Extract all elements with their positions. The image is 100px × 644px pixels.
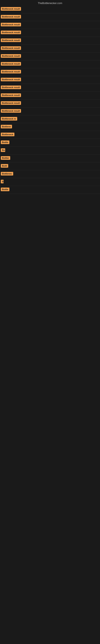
result-row: Bottl xyxy=(0,162,100,170)
result-row: Bottleneck result xyxy=(0,6,100,13)
bottleneck-badge[interactable]: Bottleneck result xyxy=(1,23,21,26)
bottleneck-badge[interactable]: Bottler xyxy=(1,156,10,160)
result-row: Bottleneck result xyxy=(0,108,100,115)
result-row: Bottleneck result xyxy=(0,100,100,108)
result-row: Bottleneck result xyxy=(0,37,100,45)
bottleneck-badge[interactable]: Bottleneck result xyxy=(1,109,21,113)
bottleneck-badge[interactable]: Bottleneck result xyxy=(1,46,21,50)
bottleneck-badge[interactable]: Bottleneck result xyxy=(1,15,21,18)
result-row: Bottle xyxy=(0,139,100,147)
results-list: Bottleneck resultBottleneck resultBottle… xyxy=(0,6,100,194)
bottleneck-badge[interactable]: Bottleneck result xyxy=(1,101,21,105)
bottleneck-badge[interactable]: Bottleneck result xyxy=(1,7,21,11)
bottleneck-badge[interactable]: Bottle xyxy=(1,140,9,144)
bottleneck-badge[interactable]: Bottl xyxy=(1,164,8,168)
result-row: Bottleneck result xyxy=(0,92,100,100)
bottleneck-badge[interactable]: Bottleneck result xyxy=(1,38,21,42)
bottleneck-badge[interactable]: Bottleneck re xyxy=(1,117,17,120)
bottleneck-badge[interactable]: Bottleneck result xyxy=(1,54,21,58)
bottleneck-badge[interactable]: Bottlene xyxy=(1,125,12,128)
bottleneck-badge[interactable]: Bottleneck result xyxy=(1,94,21,97)
bottleneck-badge[interactable]: Bottleneck result xyxy=(1,70,21,74)
result-row: Bottleneck result xyxy=(0,76,100,84)
result-row: Bottleneck result xyxy=(0,52,100,60)
result-row: Bottleneck result xyxy=(0,45,100,52)
result-row: Bottleneck xyxy=(0,131,100,139)
bottleneck-badge[interactable]: Bottleneck result xyxy=(1,30,21,34)
site-title-container: TheBottlenecker.com xyxy=(0,0,100,6)
result-row: Bottlenec xyxy=(0,170,100,178)
bottleneck-badge[interactable]: Bottleneck result xyxy=(1,78,21,81)
result-row: Bottleneck re xyxy=(0,115,100,123)
bottleneck-badge[interactable]: Bottleneck xyxy=(1,132,14,136)
result-row: Bottleneck result xyxy=(0,13,100,21)
bottleneck-badge[interactable]: Bottleneck result xyxy=(1,86,21,89)
bottleneck-badge[interactable]: Bottleneck result xyxy=(1,62,21,66)
result-row: Bottleneck result xyxy=(0,60,100,68)
result-row: Bottle xyxy=(0,186,100,194)
result-row: Bottler xyxy=(0,154,100,162)
bottleneck-badge[interactable]: Bottle xyxy=(1,188,9,191)
bottleneck-badge[interactable]: Bo xyxy=(1,148,5,152)
result-row: Bo xyxy=(0,147,100,154)
result-row: Bottleneck result xyxy=(0,68,100,76)
result-row: Bottleneck result xyxy=(0,29,100,37)
result-row: Bottleneck result xyxy=(0,21,100,29)
site-title: TheBottlenecker.com xyxy=(0,0,100,6)
bottleneck-badge[interactable]: B xyxy=(1,180,3,183)
bottleneck-badge[interactable]: Bottlenec xyxy=(1,172,13,176)
result-row: Bottlene xyxy=(0,123,100,131)
result-row: B xyxy=(0,178,100,186)
result-row: Bottleneck result xyxy=(0,84,100,92)
